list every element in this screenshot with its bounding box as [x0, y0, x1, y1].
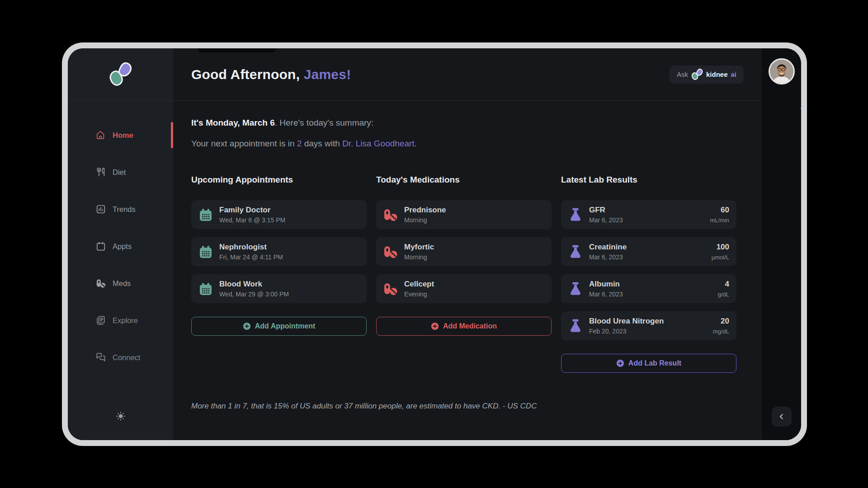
flask-icon — [568, 282, 583, 296]
sun-icon — [116, 411, 126, 421]
theme-toggle[interactable] — [68, 411, 173, 440]
chat-bubbles-icon — [96, 352, 106, 362]
lab-date: Feb 20, 2023 — [589, 328, 664, 335]
calendar-icon — [198, 244, 213, 259]
dashboard-columns: Upcoming Appointments Family Doctor Wed,… — [191, 175, 744, 373]
summary-line-1: It's Monday, March 6. Here's today's sum… — [191, 118, 744, 128]
summary-line-2: Your next appointment is in 2 days with … — [191, 139, 744, 149]
panel-collapse-handle[interactable]: ‹ — [800, 103, 801, 113]
plus-circle-icon — [616, 359, 624, 367]
kidnee-logo-icon — [691, 69, 703, 80]
appointments-column: Upcoming Appointments Family Doctor Wed,… — [191, 175, 367, 373]
lab-unit: g/dL — [718, 291, 729, 298]
medication-name: Myfortic — [404, 243, 434, 252]
lab-value: 100 — [712, 243, 729, 252]
medication-card[interactable]: Myfortic Morning — [376, 237, 552, 266]
device-frame: Home Diet Trends Appts Meds — [62, 42, 807, 446]
sidebar-item-appts[interactable]: Appts — [68, 228, 173, 265]
calendar-icon — [198, 207, 213, 222]
plus-circle-icon — [243, 322, 251, 330]
sidebar-item-label: Appts — [113, 242, 132, 251]
medication-name: Cellcept — [404, 280, 434, 289]
lab-result-card[interactable]: Blood Urea Nitrogen Feb 20, 2023 20 mg/d… — [561, 311, 736, 340]
lab-value: 60 — [710, 206, 729, 215]
sidebar-item-diet[interactable]: Diet — [68, 154, 173, 191]
appointment-name: Nephrologist — [219, 243, 283, 252]
lab-value: 4 — [718, 280, 729, 289]
calendar-icon — [198, 282, 213, 296]
lab-name: Blood Urea Nitrogen — [589, 317, 664, 326]
appointment-card[interactable]: Blood Work Wed, Mar 29 @ 3:00 PM — [191, 274, 367, 303]
right-rail: ‹ — [762, 48, 801, 440]
lab-result-card[interactable]: Albumin Mar 6, 2023 4 g/dL — [561, 274, 736, 303]
scrolled-element-edge — [198, 48, 276, 52]
lab-unit: µmol/L — [712, 254, 729, 261]
appointment-datetime: Wed, Mar 8 @ 3:15 PM — [219, 216, 285, 224]
app-logo — [68, 48, 173, 101]
ask-label: Ask — [677, 70, 688, 78]
lab-unit: mg/dL — [713, 328, 729, 335]
add-appointment-label: Add Appointment — [255, 322, 316, 330]
avatar[interactable] — [769, 58, 795, 84]
brand-suffix: ai — [731, 70, 736, 78]
sidebar-item-meds[interactable]: Meds — [68, 265, 173, 302]
lab-date: Mar 6, 2023 — [589, 253, 627, 261]
sidebar-nav: Home Diet Trends Appts Meds — [68, 101, 173, 411]
pills-icon — [383, 282, 398, 296]
medication-name: Prednisone — [404, 206, 446, 215]
appointment-card[interactable]: Family Doctor Wed, Mar 8 @ 3:15 PM — [191, 200, 367, 229]
medications-column: Today's Medications Prednisone Morning M… — [376, 175, 552, 373]
add-appointment-button[interactable]: Add Appointment — [191, 317, 367, 336]
sidebar-item-trends[interactable]: Trends — [68, 191, 173, 228]
sidebar-item-label: Trends — [113, 205, 136, 214]
medication-card[interactable]: Cellcept Evening — [376, 274, 552, 303]
plus-circle-icon — [431, 322, 439, 330]
utensils-icon — [96, 167, 106, 177]
sidebar-item-label: Connect — [113, 353, 140, 362]
medication-schedule: Morning — [404, 216, 446, 224]
doctor-link[interactable]: Dr. Lisa Goodheart — [342, 139, 414, 148]
add-medication-button[interactable]: Add Medication — [376, 317, 552, 336]
sidebar-item-connect[interactable]: Connect — [68, 339, 173, 376]
sidebar-item-label: Explore — [113, 316, 138, 325]
sidebar-item-label: Meds — [113, 279, 131, 288]
sidebar: Home Diet Trends Appts Meds — [68, 48, 173, 440]
chevron-left-icon — [778, 413, 786, 421]
lab-date: Mar 6, 2023 — [589, 216, 623, 224]
ask-kidnee-ai-button[interactable]: Ask kidnee ai — [670, 66, 744, 84]
collapse-panel-button[interactable] — [772, 407, 792, 427]
column-title: Latest Lab Results — [561, 175, 736, 185]
lab-unit: mL/min — [710, 217, 729, 224]
sidebar-item-label: Diet — [113, 168, 126, 177]
calendar-icon — [96, 241, 106, 251]
pills-icon — [96, 278, 106, 288]
home-icon — [96, 130, 106, 140]
user-name: James! — [304, 67, 351, 82]
medication-schedule: Evening — [404, 291, 434, 298]
add-lab-result-button[interactable]: Add Lab Result — [561, 354, 736, 373]
column-title: Today's Medications — [376, 175, 552, 185]
page-title: Good Afternoon, James! — [191, 67, 351, 82]
bar-chart-icon — [96, 204, 106, 214]
medication-card[interactable]: Prednisone Morning — [376, 200, 552, 229]
pills-icon — [383, 207, 398, 222]
column-title: Upcoming Appointments — [191, 175, 367, 185]
lab-name: Creatinine — [589, 243, 627, 252]
add-medication-label: Add Medication — [443, 322, 497, 330]
appointment-name: Family Doctor — [219, 206, 285, 215]
health-fact-quote: More than 1 in 7, that is 15% of US adul… — [191, 402, 744, 411]
sidebar-item-home[interactable]: Home — [68, 117, 173, 154]
appointment-card[interactable]: Nephrologist Fri, Mar 24 @ 4:11 PM — [191, 237, 367, 266]
days-highlight: 2 — [297, 139, 302, 148]
flask-icon — [568, 207, 583, 222]
pills-icon — [383, 244, 398, 259]
sidebar-item-explore[interactable]: Explore — [68, 302, 173, 339]
lab-result-card[interactable]: GFR Mar 6, 2023 60 mL/min — [561, 200, 736, 229]
lab-result-card[interactable]: Creatinine Mar 6, 2023 100 µmol/L — [561, 237, 736, 266]
dashboard-content: It's Monday, March 6. Here's today's sum… — [173, 101, 762, 440]
app-window: Home Diet Trends Appts Meds — [68, 48, 801, 440]
lab-name: GFR — [589, 206, 623, 215]
pages-icon — [96, 315, 106, 325]
main-header: Good Afternoon, James! Ask kidnee ai — [173, 48, 762, 101]
flask-icon — [568, 244, 583, 259]
